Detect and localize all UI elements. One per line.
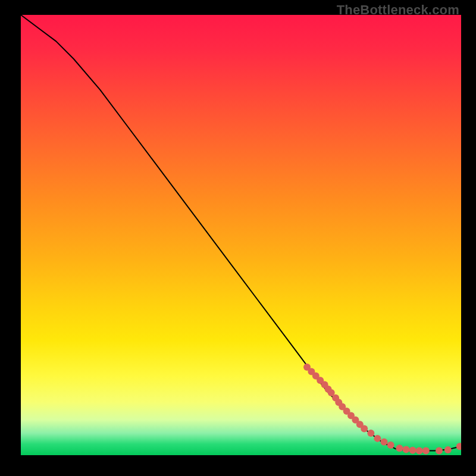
data-point (422, 447, 430, 455)
data-point (367, 430, 374, 437)
chart-svg (21, 15, 461, 455)
data-point (456, 443, 461, 450)
data-point (444, 446, 452, 453)
data-point (387, 441, 394, 449)
data-point (403, 446, 410, 453)
plot-area (21, 15, 461, 455)
data-point (436, 447, 443, 455)
data-point (374, 435, 381, 442)
data-point (361, 425, 368, 433)
chart-stage: TheBottleneck.com (0, 0, 476, 476)
data-point (396, 444, 403, 452)
data-point (416, 447, 423, 455)
data-point (381, 439, 388, 446)
curve-line (21, 15, 461, 451)
data-point (409, 447, 416, 454)
